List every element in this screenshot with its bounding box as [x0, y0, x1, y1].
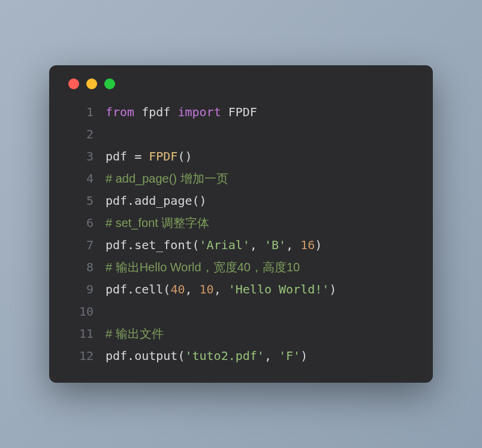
token-com: # set_font 调整字体: [106, 216, 209, 229]
code-content: pdf.cell(40, 10, 'Hello World!'): [106, 279, 336, 301]
line-number: 7: [67, 234, 94, 256]
token-code: FPDF: [221, 105, 257, 119]
code-line: 10: [67, 301, 415, 323]
line-number: 5: [67, 190, 94, 212]
line-number: 11: [67, 323, 94, 345]
token-str: 'B': [264, 238, 286, 252]
code-content: pdf.output('tuto2.pdf', 'F'): [106, 345, 308, 367]
token-code: pdf.add_page(): [106, 193, 207, 208]
code-content: # set_font 调整字体: [106, 212, 209, 234]
token-str: 'Hello World!': [228, 282, 330, 296]
window-titlebar: [67, 78, 415, 89]
close-icon[interactable]: [68, 78, 79, 89]
code-window: 1from fpdf import FPDF2 3pdf = FPDF()4# …: [49, 65, 433, 383]
token-code: fpdf: [134, 105, 177, 119]
line-number: 2: [67, 123, 94, 146]
line-number: 6: [67, 212, 94, 234]
code-line: 2: [67, 123, 415, 146]
line-number: 8: [67, 256, 94, 279]
token-code: ,: [250, 238, 264, 252]
token-com: # add_page() 增加一页: [106, 172, 228, 185]
token-cls: FPDF: [149, 149, 177, 164]
minimize-icon[interactable]: [86, 78, 97, 89]
token-com: # 输出Hello World，宽度40，高度10: [106, 261, 300, 274]
line-number: 10: [67, 301, 94, 323]
token-code: pdf.output(: [106, 349, 185, 363]
token-num: 10: [200, 282, 214, 296]
token-str: 'F': [279, 349, 300, 363]
token-code: ,: [214, 282, 228, 296]
code-line: 11# 输出文件: [67, 323, 415, 345]
token-kw: import: [177, 105, 221, 119]
code-line: 4# add_page() 增加一页: [67, 168, 415, 190]
code-content: [106, 123, 113, 146]
token-com: # 输出文件: [106, 327, 164, 340]
token-code: ): [315, 238, 322, 252]
code-content: [106, 301, 113, 323]
code-line: 5pdf.add_page(): [67, 190, 415, 212]
token-code: pdf =: [106, 149, 149, 164]
code-line: 12pdf.output('tuto2.pdf', 'F'): [67, 345, 415, 367]
token-code: (): [177, 149, 192, 164]
token-num: 40: [170, 282, 185, 296]
token-code: ): [300, 349, 308, 363]
code-line: 6# set_font 调整字体: [67, 212, 415, 234]
token-code: pdf.cell(: [106, 282, 170, 296]
code-line: 8# 输出Hello World，宽度40，高度10: [67, 256, 415, 279]
token-code: ,: [264, 349, 279, 363]
code-content: pdf.set_font('Arial', 'B', 16): [106, 234, 322, 256]
code-line: 1from fpdf import FPDF: [67, 101, 415, 123]
code-line: 9pdf.cell(40, 10, 'Hello World!'): [67, 279, 415, 301]
code-content: from fpdf import FPDF: [106, 101, 257, 123]
line-number: 12: [67, 345, 94, 367]
token-code: ,: [286, 238, 300, 252]
line-number: 4: [67, 168, 94, 190]
line-number: 1: [67, 101, 94, 123]
code-content: pdf = FPDF(): [106, 146, 192, 168]
code-line: 7pdf.set_font('Arial', 'B', 16): [67, 234, 415, 256]
line-number: 3: [67, 146, 94, 168]
code-content: # add_page() 增加一页: [106, 168, 228, 190]
token-code: ): [329, 282, 336, 296]
code-content: # 输出文件: [106, 323, 164, 345]
token-code: pdf.set_font(: [106, 238, 200, 252]
token-str: 'Arial': [200, 238, 250, 252]
maximize-icon[interactable]: [104, 78, 115, 89]
code-editor[interactable]: 1from fpdf import FPDF2 3pdf = FPDF()4# …: [67, 101, 415, 367]
token-kw: from: [106, 105, 134, 119]
token-num: 16: [300, 238, 315, 252]
code-content: pdf.add_page(): [106, 190, 207, 212]
code-content: # 输出Hello World，宽度40，高度10: [106, 256, 300, 279]
code-line: 3pdf = FPDF(): [67, 146, 415, 168]
token-code: ,: [185, 282, 199, 296]
line-number: 9: [67, 279, 94, 301]
token-str: 'tuto2.pdf': [185, 349, 264, 363]
